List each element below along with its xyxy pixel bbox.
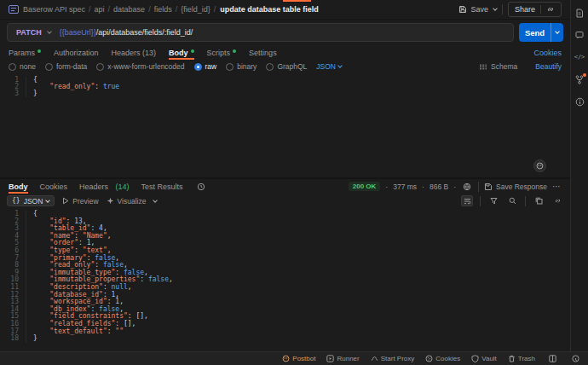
body-type-raw[interactable]: raw xyxy=(194,62,217,71)
radio-label: binary xyxy=(237,62,257,71)
documentation-icon[interactable] xyxy=(574,8,585,18)
tab-label: Authorization xyxy=(54,49,99,57)
tab-body[interactable]: Body xyxy=(169,45,194,60)
statusbar-start-proxy[interactable]: Start Proxy xyxy=(371,355,415,362)
body-type-graphql[interactable]: GraphQL xyxy=(266,62,307,71)
url-row: PATCH {{baseUrl}}/api/database/fields/:f… xyxy=(0,20,570,45)
url-input[interactable]: {{baseUrl}}/api/database/fields/:field_i… xyxy=(60,28,513,37)
language-select[interactable]: JSON xyxy=(316,62,342,71)
save-options-chevron-icon[interactable] xyxy=(493,6,498,11)
breadcrumb-item[interactable]: api xyxy=(95,5,105,14)
headers-count: (14) xyxy=(116,182,130,191)
radio-icon xyxy=(96,63,104,71)
line-number: 18 xyxy=(0,335,26,343)
statusbar-runner[interactable]: Runner xyxy=(326,355,359,362)
breadcrumb[interactable]: Baserow API spec / api / database / fiel… xyxy=(23,5,216,14)
breadcrumb-item[interactable]: database xyxy=(113,5,145,14)
line-number: 2 xyxy=(0,218,26,226)
tab-label: Settings xyxy=(249,49,277,57)
panel-layout-icon[interactable] xyxy=(546,353,558,364)
send-button[interactable]: Send xyxy=(519,23,563,42)
line-number: 7 xyxy=(0,255,26,263)
vault-icon xyxy=(471,355,479,362)
postbot-fab[interactable] xyxy=(533,159,546,172)
statusbar-cookies[interactable]: Cookies xyxy=(425,355,460,362)
body-type-binary[interactable]: binary xyxy=(226,62,257,71)
tab-label: Test Results xyxy=(141,182,183,191)
info-icon[interactable] xyxy=(574,96,585,107)
link-icon[interactable] xyxy=(551,195,563,206)
url-box: PATCH {{baseUrl}}/api/database/fields/:f… xyxy=(7,23,514,42)
tab-headers[interactable]: Headers (13) xyxy=(112,45,157,60)
schema-button[interactable]: Schema xyxy=(479,62,517,71)
workspace: Baserow API spec / api / database / fiel… xyxy=(0,0,588,351)
share-button[interactable]: Share xyxy=(508,2,562,17)
method-label: PATCH xyxy=(16,28,42,37)
request-tabs: Params Authorization Headers (13) Body S… xyxy=(0,45,570,60)
code-icon[interactable]: </> xyxy=(574,52,585,62)
copy-icon[interactable] xyxy=(533,195,545,206)
beautify-button[interactable]: Beautify xyxy=(535,62,562,71)
fork-icon[interactable] xyxy=(574,74,585,84)
cookies-link[interactable]: Cookies xyxy=(533,49,562,57)
response-time[interactable]: 377 ms xyxy=(393,182,417,191)
breadcrumb-item[interactable]: fields xyxy=(154,5,172,14)
send-options-chevron[interactable] xyxy=(551,23,563,42)
request-body-editor[interactable]: 1{2 "read_only": true3} xyxy=(0,73,570,177)
response-toolbar: {} JSON Preview Visualize xyxy=(0,194,570,208)
response-tab-test-results[interactable]: Test Results xyxy=(141,179,183,194)
radio-label: none xyxy=(20,62,36,71)
line-number: 4 xyxy=(0,233,26,240)
response-size[interactable]: 866 B xyxy=(429,182,448,191)
status-badge[interactable]: 200 OK xyxy=(349,182,381,191)
visualize-label: Visualize xyxy=(118,197,147,206)
save-response-button[interactable]: Save Response xyxy=(484,182,547,191)
breadcrumb-separator: / xyxy=(108,5,111,14)
body-type-urlencoded[interactable]: x-www-form-urlencoded xyxy=(96,62,184,71)
more-options-icon[interactable]: ⋯ xyxy=(552,182,562,191)
cookies-icon xyxy=(425,355,433,362)
history-icon[interactable] xyxy=(195,181,207,192)
tab-label: Scripts xyxy=(207,49,231,57)
save-response-icon xyxy=(484,182,493,191)
preview-button[interactable]: Preview xyxy=(62,197,98,206)
line-number: 1 xyxy=(0,211,26,218)
statusbar-label: Start Proxy xyxy=(381,355,415,362)
green-dot-icon xyxy=(37,49,41,53)
breadcrumb-item[interactable]: Baserow API spec xyxy=(23,5,85,14)
wrap-text-icon[interactable] xyxy=(461,195,473,206)
response-tab-body[interactable]: Body xyxy=(9,179,28,194)
save-response-label: Save Response xyxy=(496,182,547,191)
language-label: JSON xyxy=(316,62,336,71)
response-format-select[interactable]: {} JSON xyxy=(7,195,55,206)
filter-icon[interactable] xyxy=(487,195,499,206)
share-label: Share xyxy=(515,5,535,14)
network-icon[interactable] xyxy=(461,181,473,192)
chevron-down-icon xyxy=(47,29,52,34)
search-icon[interactable] xyxy=(506,195,518,206)
tab-authorization[interactable]: Authorization xyxy=(54,45,99,60)
preview-label: Preview xyxy=(72,197,98,206)
breadcrumb-item[interactable]: {field_id} xyxy=(181,5,210,14)
code-line: 3} xyxy=(0,90,570,97)
help-icon[interactable] xyxy=(569,353,581,364)
method-select[interactable]: PATCH xyxy=(8,28,60,37)
statusbar-trash[interactable]: Trash xyxy=(508,355,535,362)
tab-scripts[interactable]: Scripts xyxy=(207,45,237,60)
response-tab-cookies[interactable]: Cookies xyxy=(40,179,68,194)
save-button[interactable]: Save xyxy=(458,5,488,14)
visualize-button[interactable]: Visualize xyxy=(107,197,147,206)
response-tab-headers[interactable]: Headers (14) xyxy=(79,179,130,194)
statusbar-postbot[interactable]: Postbot xyxy=(282,355,315,362)
body-type-none[interactable]: none xyxy=(9,62,36,71)
comments-icon[interactable] xyxy=(574,30,585,40)
visualize-options-chevron[interactable] xyxy=(153,198,159,203)
share-link-icon[interactable] xyxy=(546,5,555,14)
statusbar-vault[interactable]: Vault xyxy=(471,355,497,362)
tab-params[interactable]: Params xyxy=(9,45,41,60)
radio-label: x-www-form-urlencoded xyxy=(107,62,184,71)
body-type-form-data[interactable]: form-data xyxy=(45,62,87,71)
response-tabs: Body Cookies Headers (14) Test Results 2… xyxy=(0,179,570,194)
tab-settings[interactable]: Settings xyxy=(249,45,277,60)
tab-label: Headers (13) xyxy=(112,49,157,57)
